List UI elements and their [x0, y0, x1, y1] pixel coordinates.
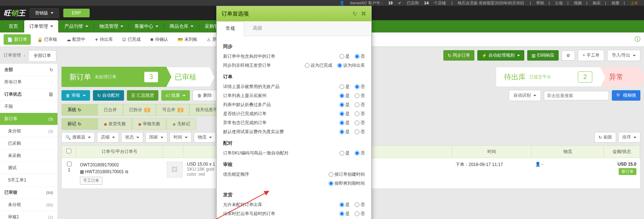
buy-link[interactable]: 购买 — [593, 1, 601, 5]
sync-orders-button[interactable]: ↻同步订单 — [443, 50, 474, 61]
tb-outbound[interactable]: ✈待出库 — [92, 35, 116, 44]
breadcrumb-root[interactable]: 订单管理 — [4, 52, 21, 58]
filter-ship[interactable]: 物流 — [194, 132, 216, 143]
nav-logistics[interactable]: 物流管理 — [94, 20, 128, 32]
tag-none[interactable]: ◆无标记 — [166, 118, 196, 130]
platform-order-id[interactable]: HWT201809170001 — [85, 169, 124, 174]
info-icon[interactable]: ⓘ — [635, 36, 640, 43]
radio-yes[interactable]: 是 — [340, 202, 350, 208]
sales-menu[interactable]: 营销版 — [30, 8, 59, 18]
radio-no[interactable]: 否 — [355, 84, 365, 90]
auto-pair-button[interactable]: ↻自动配对 — [93, 90, 124, 101]
sum-pick-button[interactable]: ☰汇总拣货 — [127, 90, 158, 101]
side-audited[interactable]: 已审核(94) — [0, 187, 57, 199]
sys-mergeable[interactable]: 可合并2 — [156, 104, 189, 116]
nav-warehouse[interactable]: 商品仓库 — [165, 20, 199, 32]
search-button[interactable]: 🔍模糊搜 — [612, 90, 640, 101]
radio-done[interactable]: 设为已完成 — [305, 62, 332, 69]
radio-no[interactable]: 否 — [355, 129, 365, 135]
refresh-icon[interactable]: ↻ — [50, 67, 53, 73]
side-unpurchased[interactable]: 未采购 — [0, 150, 57, 162]
import-export-button[interactable]: 导入/导出 — [607, 50, 640, 61]
side-purchased[interactable]: 已采购 — [0, 137, 57, 150]
radio-no[interactable]: 否 — [355, 150, 365, 156]
tab-general[interactable]: 常规 — [217, 21, 244, 36]
row-checkbox[interactable] — [67, 162, 72, 166]
side-manual[interactable]: S手工单1 — [0, 174, 57, 187]
radio-no[interactable]: 否 — [355, 202, 365, 208]
nav-listing[interactable]: 产品刊登 — [59, 20, 93, 32]
side-all-orders[interactable]: 所有订单 — [0, 76, 57, 88]
side-ungrouped[interactable]: 未分组(3) — [0, 125, 57, 137]
radio-yes[interactable]: 是 — [340, 150, 350, 156]
tag-ship-fail[interactable]: ◆发货失败 — [98, 118, 132, 130]
filter-time[interactable]: 时间 — [170, 132, 192, 143]
refresh-button[interactable]: ↻刷新 — [594, 132, 616, 143]
copy-icon[interactable]: ⧉ — [125, 169, 128, 174]
radio-yes[interactable]: 是 — [340, 211, 350, 217]
breadcrumb-active[interactable]: 全部订单 — [28, 50, 56, 61]
radio-yes[interactable]: 是 — [340, 53, 350, 60]
notice-link[interactable]: 公告 — [555, 1, 563, 5]
album-link[interactable]: 相册 — [611, 1, 619, 5]
radio-expire[interactable]: 按即将到期时间 — [329, 180, 365, 187]
stage-audited[interactable]: 已审核 — [166, 67, 210, 87]
side-audit1[interactable]: 审核1(1) — [0, 211, 57, 219]
th-checkbox[interactable] — [62, 146, 76, 158]
radio-yes[interactable]: 是 — [340, 102, 350, 108]
gear-button[interactable]: ⚙ — [562, 51, 575, 61]
new-order-button[interactable]: 📄新订单 — [4, 34, 31, 45]
radio-no[interactable]: 否 — [355, 102, 365, 108]
nav-home[interactable]: 首页 — [4, 20, 23, 32]
stage-outbound[interactable]: 待出库 已提交平台 2 — [496, 67, 601, 87]
product-image[interactable]: 🖼 — [163, 160, 183, 179]
filter-status[interactable]: 状态 — [121, 132, 143, 143]
side-new[interactable]: 新订单(3) — [0, 113, 57, 125]
stage-new[interactable]: 新订单 未处理订单 3 — [61, 67, 166, 87]
auto-rules-button[interactable]: ⚡自动处理规则 — [477, 50, 524, 61]
erp-button[interactable]: ERP — [63, 9, 90, 17]
tb-packing[interactable]: ☁配货中 — [64, 35, 88, 44]
filter-country[interactable]: 国家 — [145, 132, 167, 143]
nav-service[interactable]: 客服中心 — [129, 20, 163, 32]
side-unlimited[interactable]: 不限 — [0, 101, 57, 113]
radio-yes[interactable]: 是 — [340, 93, 350, 99]
filter-search[interactable]: 🔍搜索器 — [61, 132, 95, 143]
manual-order-button[interactable]: + 手工单 — [578, 50, 604, 61]
trail-link[interactable]: 上年 — [630, 1, 638, 5]
batch-button[interactable]: 🏷批量 — [161, 90, 190, 101]
radio-no[interactable]: 否 — [355, 53, 365, 60]
tag-audit-fail[interactable]: ◆审核失败 — [132, 118, 166, 130]
tb-done[interactable]: ☑已完成 — [119, 35, 144, 44]
auto-detect-select[interactable]: 自动识别 — [509, 90, 541, 101]
radio-yes[interactable]: 是 — [340, 84, 350, 90]
side-ungrouped2[interactable]: 未分组(90) — [0, 199, 57, 211]
sys-split[interactable]: 已拆分2 — [123, 104, 156, 116]
radio-yes[interactable]: 是 — [340, 111, 350, 117]
close-icon[interactable]: ✖ — [361, 10, 366, 18]
audit-button[interactable]: 🗑审核 — [61, 90, 90, 101]
radio-create[interactable]: 按订单创建时间 — [329, 171, 365, 178]
stage-error[interactable]: 异常 — [601, 67, 640, 87]
tb-audited[interactable]: 🔒已审核 — [34, 35, 60, 44]
radio-yes[interactable]: 是 — [340, 120, 350, 126]
sys-merged[interactable]: 已合并 — [98, 104, 123, 116]
radio-no[interactable]: 否 — [355, 111, 365, 117]
radio-yes[interactable]: 是 — [340, 129, 350, 135]
tb-unpaid[interactable]: 💳未到账 — [175, 35, 200, 44]
radio-outbound[interactable]: 设为待出库 — [337, 62, 365, 69]
help-link[interactable]: 帮助 — [536, 1, 544, 5]
order-id[interactable]: OWT201809170002 — [80, 162, 159, 168]
radio-no[interactable]: 否 — [355, 120, 365, 126]
tab-advanced[interactable]: 高级 — [244, 21, 271, 36]
sys-head[interactable]: 系统 ↻ — [61, 104, 98, 116]
radio-no[interactable]: 否 — [355, 211, 365, 217]
sort-button[interactable]: 排序 — [618, 132, 640, 143]
filter-shop[interactable]: 店铺 — [97, 132, 119, 143]
tag-head[interactable]: 标记 ↻ — [61, 118, 98, 130]
tb-pending[interactable]: ✱待确认 — [147, 35, 171, 44]
batch-search-input[interactable] — [544, 91, 609, 100]
side-all[interactable]: 全部↻ — [0, 64, 57, 76]
side-test[interactable]: 测试 — [0, 162, 57, 174]
nav-orders[interactable]: 订单管理 — [24, 20, 58, 32]
